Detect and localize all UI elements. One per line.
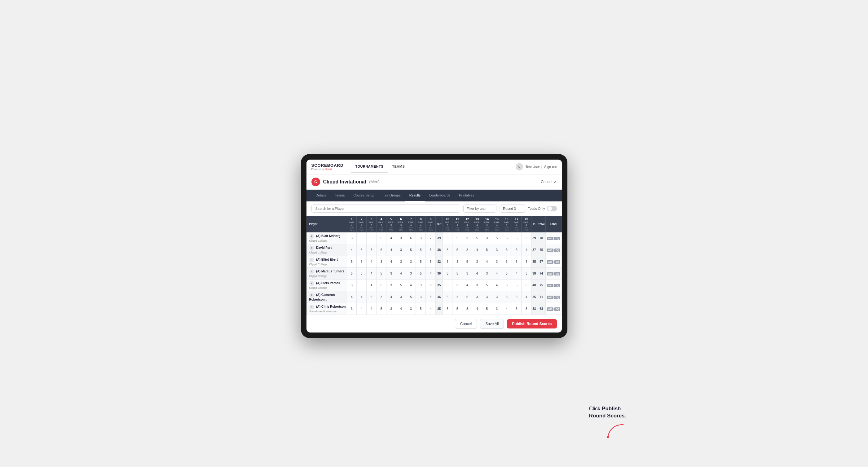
filter-by-team-wrapper[interactable]: Filter by team	[463, 205, 496, 213]
score-hole-13[interactable]: 4	[472, 268, 482, 279]
score-hole-5[interactable]: 4	[386, 291, 396, 303]
score-hole-1[interactable]: 5	[347, 256, 357, 268]
score-hole-18[interactable]: 6	[522, 279, 531, 291]
score-hole-2[interactable]: 3	[357, 279, 367, 291]
wd-badge[interactable]: WD	[547, 237, 553, 240]
score-hole-10[interactable]: 3	[442, 268, 453, 279]
score-hole-1[interactable]: 3	[347, 279, 357, 291]
subnav-details[interactable]: Details	[311, 190, 331, 201]
score-hole-11[interactable]: 5	[453, 268, 462, 279]
score-hole-14[interactable]: 3	[482, 291, 492, 303]
wd-badge[interactable]: WD	[547, 307, 553, 311]
score-hole-1[interactable]: 4	[347, 291, 357, 303]
score-hole-10[interactable]: 3	[442, 303, 453, 315]
score-hole-9[interactable]: 4	[426, 303, 436, 315]
score-hole-12[interactable]: 3	[462, 232, 472, 244]
score-hole-16[interactable]: 6	[502, 256, 512, 268]
wd-badge[interactable]: WD	[547, 260, 553, 264]
score-hole-13[interactable]: 3	[472, 256, 482, 268]
score-hole-5[interactable]: 3	[386, 279, 396, 291]
score-hole-18[interactable]: 3	[522, 303, 531, 315]
score-hole-7[interactable]: 3	[406, 303, 416, 315]
score-hole-14[interactable]: 3	[482, 268, 492, 279]
dq-badge[interactable]: DQ	[554, 237, 560, 240]
score-hole-14[interactable]: 5	[482, 244, 492, 256]
subnav-leaderboards[interactable]: Leaderboards	[425, 190, 455, 201]
score-hole-8[interactable]: 5	[416, 244, 426, 256]
score-hole-5[interactable]: 4	[386, 232, 396, 244]
score-hole-12[interactable]: 4	[462, 279, 472, 291]
score-hole-12[interactable]: 5	[462, 256, 472, 268]
search-input[interactable]	[311, 205, 461, 213]
score-hole-8[interactable]: 3	[416, 279, 426, 291]
score-hole-6[interactable]: 3	[396, 256, 406, 268]
score-hole-15[interactable]: 4	[492, 279, 502, 291]
score-hole-7[interactable]: 5	[406, 291, 416, 303]
score-hole-9[interactable]: 5	[426, 279, 436, 291]
wd-badge[interactable]: WD	[547, 272, 553, 276]
score-hole-10[interactable]: 3	[442, 232, 453, 244]
score-hole-15[interactable]: 3	[492, 256, 502, 268]
score-hole-10[interactable]: 6	[442, 291, 453, 303]
score-hole-14[interactable]: 5	[482, 303, 492, 315]
score-hole-11[interactable]: 5	[453, 232, 462, 244]
score-hole-15[interactable]: 3	[492, 291, 502, 303]
score-hole-14[interactable]: 4	[482, 256, 492, 268]
score-hole-5[interactable]: 3	[386, 268, 396, 279]
score-hole-11[interactable]: 5	[453, 303, 462, 315]
score-hole-6[interactable]: 5	[396, 279, 406, 291]
score-hole-15[interactable]: 4	[492, 268, 502, 279]
score-hole-15[interactable]: 3	[492, 244, 502, 256]
score-hole-2[interactable]: 4	[357, 303, 367, 315]
score-hole-16[interactable]: 4	[502, 303, 512, 315]
score-hole-18[interactable]: 3	[522, 268, 531, 279]
score-hole-15[interactable]: 5	[492, 232, 502, 244]
score-hole-8[interactable]: 5	[416, 256, 426, 268]
score-hole-3[interactable]: 4	[367, 268, 376, 279]
score-hole-18[interactable]: 4	[522, 244, 531, 256]
score-hole-6[interactable]: 4	[396, 268, 406, 279]
subnav-results[interactable]: Results	[405, 190, 425, 201]
score-hole-17[interactable]: 3	[512, 303, 522, 315]
score-hole-12[interactable]: 3	[462, 244, 472, 256]
score-hole-2[interactable]: 3	[357, 244, 367, 256]
score-hole-12[interactable]: 5	[462, 291, 472, 303]
round-select[interactable]: Round 3	[500, 205, 525, 213]
score-hole-7[interactable]: 3	[406, 256, 416, 268]
score-hole-7[interactable]: 6	[406, 232, 416, 244]
score-hole-9[interactable]: 5	[426, 291, 436, 303]
dq-badge[interactable]: DQ	[554, 272, 560, 276]
score-hole-1[interactable]: 5	[347, 268, 357, 279]
score-hole-17[interactable]: 5	[512, 232, 522, 244]
score-hole-17[interactable]: 5	[512, 291, 522, 303]
score-hole-7[interactable]: 5	[406, 244, 416, 256]
score-hole-10[interactable]: 5	[442, 279, 453, 291]
score-hole-8[interactable]: 5	[416, 303, 426, 315]
score-hole-1[interactable]: 3	[347, 232, 357, 244]
score-hole-13[interactable]: 3	[472, 291, 482, 303]
score-hole-9[interactable]: 7	[426, 232, 436, 244]
score-hole-12[interactable]: 3	[462, 303, 472, 315]
score-hole-3[interactable]: 5	[367, 232, 376, 244]
score-hole-4[interactable]: 5	[376, 279, 386, 291]
cancel-button[interactable]: Cancel	[455, 319, 477, 329]
score-hole-6[interactable]: 3	[396, 291, 406, 303]
filter-by-team-select[interactable]: Filter by team	[463, 205, 496, 213]
score-hole-7[interactable]: 3	[406, 268, 416, 279]
score-hole-4[interactable]: 5	[376, 303, 386, 315]
wd-badge[interactable]: WD	[547, 249, 553, 252]
dq-badge[interactable]: DQ	[554, 295, 560, 299]
score-hole-11[interactable]: 3	[453, 256, 462, 268]
score-hole-9[interactable]: 4	[426, 268, 436, 279]
score-hole-3[interactable]: 4	[367, 279, 376, 291]
score-hole-8[interactable]: 5	[416, 268, 426, 279]
score-hole-6[interactable]: 4	[396, 303, 406, 315]
score-hole-13[interactable]: 4	[472, 303, 482, 315]
save-all-button[interactable]: Save All	[480, 319, 504, 329]
dq-badge[interactable]: DQ	[554, 260, 560, 264]
score-hole-16[interactable]: 3	[502, 279, 512, 291]
score-hole-8[interactable]: 3	[416, 232, 426, 244]
round-select-wrapper[interactable]: Round 3	[500, 205, 525, 213]
subnav-course-setup[interactable]: Course Setup	[349, 190, 379, 201]
score-hole-5[interactable]: 4	[386, 244, 396, 256]
